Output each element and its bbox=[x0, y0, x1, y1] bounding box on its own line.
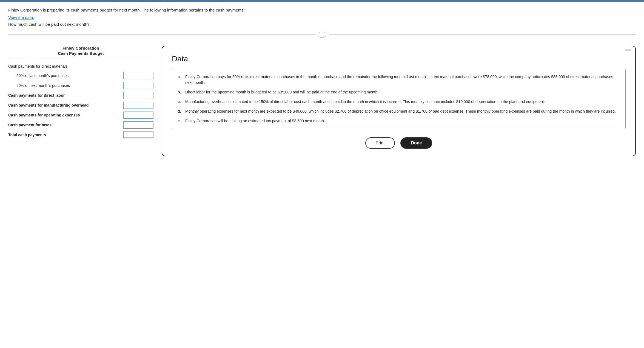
budget-label-direct-labor: Cash payments for direct labor bbox=[8, 93, 123, 98]
budget-subtitle: Cash Payments Budget bbox=[8, 51, 153, 56]
data-modal-title: Data bbox=[172, 55, 626, 63]
budget-row-operating: Cash payments for operating expenses bbox=[8, 111, 153, 119]
data-item-b-text: Direct labor for the upcoming month is b… bbox=[185, 89, 620, 95]
main-container: Finley Corporation is preparing its cash… bbox=[0, 2, 644, 348]
input-operating[interactable] bbox=[123, 112, 153, 119]
budget-section-header-label: Cash payments for direct materials: bbox=[8, 64, 153, 69]
data-item-e-label: e. bbox=[178, 118, 184, 124]
budget-row-direct-labor: Cash payments for direct labor bbox=[8, 91, 153, 99]
budget-section-header-row: Cash payments for direct materials: bbox=[8, 62, 153, 70]
divider-line-left bbox=[8, 35, 315, 35]
data-item-e: e. Finley Corporation will be making an … bbox=[178, 118, 620, 124]
data-item-d: d. Monthly operating expenses for next m… bbox=[178, 109, 620, 114]
data-item-d-text: Monthly operating expenses for next mont… bbox=[185, 109, 620, 114]
data-item-a: a. Finley Corporation pays for 50% of it… bbox=[178, 74, 620, 85]
view-data-link[interactable]: View the data. bbox=[8, 15, 34, 20]
data-item-c-text: Manufacturing overhead is estimated to b… bbox=[185, 99, 620, 105]
modal-buttons: Print Done bbox=[172, 137, 626, 149]
budget-label-mfg-overhead: Cash payments for manufacturing overhead bbox=[8, 103, 123, 107]
data-item-b-label: b. bbox=[178, 89, 184, 95]
budget-row-taxes: Cash payment for taxes bbox=[8, 121, 153, 129]
budget-title-underline bbox=[8, 58, 153, 58]
budget-title: Finley Corporation bbox=[8, 46, 153, 50]
input-direct-labor[interactable] bbox=[123, 92, 153, 99]
budget-label-50-last: 50% of last month's purchases bbox=[8, 73, 123, 78]
content-area: Finley Corporation Cash Payments Budget … bbox=[8, 46, 636, 156]
divider-row: ... bbox=[8, 32, 636, 38]
done-button[interactable]: Done bbox=[400, 137, 432, 149]
modal-minimize-button[interactable] bbox=[625, 50, 631, 50]
budget-row-50-next: 50% of next month's purchases bbox=[8, 81, 153, 90]
data-item-d-label: d. bbox=[178, 109, 184, 114]
data-item-b: b. Direct labor for the upcoming month i… bbox=[178, 89, 620, 95]
divider-dots: ... bbox=[318, 32, 326, 38]
data-items-box: a. Finley Corporation pays for 50% of it… bbox=[172, 69, 626, 129]
print-button[interactable]: Print bbox=[365, 137, 395, 149]
budget-label-operating: Cash payments for operating expenses bbox=[8, 113, 123, 117]
input-total[interactable] bbox=[123, 131, 153, 138]
divider-line-right bbox=[329, 35, 636, 35]
budget-section: Finley Corporation Cash Payments Budget … bbox=[8, 46, 162, 141]
data-item-a-text: Finley Corporation pays for 50% of its d… bbox=[185, 74, 620, 85]
budget-row-50-last: 50% of last month's purchases bbox=[8, 72, 153, 80]
intro-text: Finley Corporation is preparing its cash… bbox=[8, 7, 636, 13]
data-modal: Data a. Finley Corporation pays for 50% … bbox=[162, 46, 636, 156]
input-mfg-overhead[interactable] bbox=[123, 102, 153, 109]
budget-label-total: Total cash payments bbox=[8, 133, 123, 137]
budget-label-taxes: Cash payment for taxes bbox=[8, 123, 123, 127]
data-item-c: c. Manufacturing overhead is estimated t… bbox=[178, 99, 620, 105]
input-taxes[interactable] bbox=[123, 121, 153, 129]
input-50-last[interactable] bbox=[123, 72, 153, 79]
data-item-c-label: c. bbox=[178, 99, 184, 105]
question-text: How much cash will be paid out next mont… bbox=[8, 22, 636, 27]
budget-row-total: Total cash payments bbox=[8, 131, 153, 139]
budget-row-mfg-overhead: Cash payments for manufacturing overhead bbox=[8, 101, 153, 109]
data-item-a-label: a. bbox=[178, 74, 184, 85]
input-50-next[interactable] bbox=[123, 82, 153, 89]
budget-label-50-next: 50% of next month's purchases bbox=[8, 83, 123, 88]
data-item-e-text: Finley Corporation will be making an est… bbox=[185, 118, 620, 124]
